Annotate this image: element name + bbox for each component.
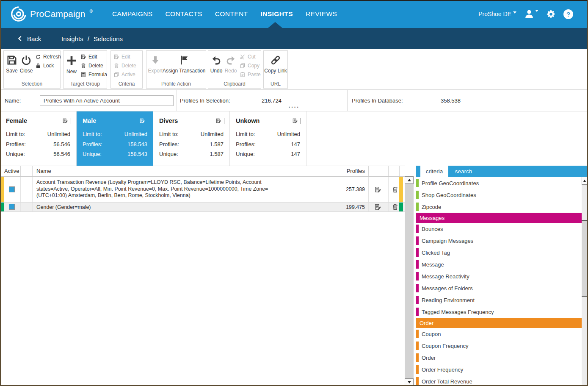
copy-button[interactable]: Copy bbox=[240, 62, 261, 69]
brand-name: ProCampaign bbox=[30, 9, 86, 19]
drag-handle[interactable] bbox=[148, 118, 148, 124]
edit-icon[interactable] bbox=[215, 118, 221, 124]
tab-search[interactable]: search bbox=[448, 166, 479, 177]
edit-icon[interactable] bbox=[139, 118, 145, 124]
drag-handle[interactable] bbox=[301, 118, 301, 124]
edit-criteria-icon[interactable] bbox=[374, 186, 381, 193]
column-active[interactable]: Active bbox=[4, 168, 19, 174]
nav-contacts[interactable]: CONTACTS bbox=[165, 10, 202, 18]
main-nav: CAMPAIGNS CONTACTS CONTENT INSIGHTS REVI… bbox=[112, 0, 337, 28]
criteria-item[interactable]: Profile GeoCoordinates bbox=[416, 177, 582, 189]
profiles-in-selection-label: Profiles In Selection: bbox=[180, 90, 230, 111]
selection-name-input[interactable] bbox=[40, 95, 174, 106]
delete-criteria-icon[interactable] bbox=[392, 186, 399, 193]
drag-handle[interactable] bbox=[71, 118, 71, 124]
close-button[interactable]: Close bbox=[19, 53, 33, 81]
criteria-panel-tabbar: criteria search bbox=[416, 166, 588, 177]
scroll-up-button[interactable] bbox=[405, 176, 414, 184]
nav-campaigns[interactable]: CAMPAIGNS bbox=[112, 10, 152, 18]
new-target-group-button[interactable]: New bbox=[64, 53, 79, 81]
tenant-selector[interactable]: ProShoe DE bbox=[478, 11, 516, 17]
nav-content[interactable]: CONTENT bbox=[215, 10, 248, 18]
criteria-item[interactable]: Shop GeoCoordinates bbox=[416, 189, 582, 201]
copy-link-button[interactable]: Copy Link bbox=[265, 53, 287, 81]
undo-icon bbox=[211, 55, 222, 66]
redo-icon bbox=[225, 55, 236, 66]
criteria-item[interactable]: Clicked Tag bbox=[416, 247, 582, 258]
export-button[interactable]: Export bbox=[147, 53, 163, 81]
target-group-card-divers[interactable]: Divers Limit to:Unlimited Profiles:1.587… bbox=[153, 111, 230, 166]
edit-target-group-button[interactable]: Edit bbox=[80, 53, 107, 60]
profiles-in-selection-value: 216.724 bbox=[262, 90, 282, 111]
edit-criteria-button[interactable]: Edit bbox=[113, 53, 136, 60]
target-group-card-female[interactable]: Female Limit to:Unlimited Profiles:56.54… bbox=[0, 111, 77, 166]
profiles-in-database-label: Profiles In Database: bbox=[352, 90, 403, 111]
edit-icon[interactable] bbox=[292, 118, 298, 124]
edit-criteria-icon[interactable] bbox=[374, 203, 381, 211]
criteria-item[interactable]: Messages of Folders bbox=[416, 282, 582, 294]
paste-button[interactable]: Paste bbox=[240, 71, 261, 78]
criteria-item[interactable]: Order Total Revenue bbox=[416, 375, 582, 386]
nav-insights[interactable]: INSIGHTS bbox=[261, 10, 293, 18]
tenant-name: ProShoe DE bbox=[478, 11, 511, 17]
criteria-item[interactable]: Bounces bbox=[416, 223, 582, 235]
drag-handle[interactable] bbox=[224, 118, 224, 124]
active-criteria-button[interactable]: Active bbox=[113, 71, 136, 78]
delete-target-group-button[interactable]: Delete bbox=[80, 62, 107, 69]
active-checkbox[interactable] bbox=[9, 186, 15, 192]
criteria-item[interactable]: Message bbox=[416, 258, 582, 270]
lock-button[interactable]: Lock bbox=[35, 62, 61, 69]
formula-button[interactable]: Formula bbox=[80, 71, 107, 78]
panel-scrollbar-thumb[interactable] bbox=[582, 220, 587, 297]
help-icon[interactable]: ? bbox=[563, 9, 573, 19]
active-checkbox[interactable] bbox=[9, 204, 15, 210]
criteria-category-header[interactable]: Messages bbox=[416, 213, 582, 223]
criteria-item[interactable]: Reading Environment bbox=[416, 294, 582, 306]
procampaign-rings-icon bbox=[11, 6, 26, 22]
undo-button[interactable]: Undo bbox=[209, 53, 224, 81]
delete-criteria-icon[interactable] bbox=[392, 203, 399, 211]
redo-button[interactable]: Redo bbox=[224, 53, 238, 81]
ribbon-group-label: Target Group bbox=[63, 81, 107, 88]
table-scrollbar[interactable] bbox=[405, 177, 414, 386]
panel-scroll-up-button[interactable] bbox=[582, 177, 587, 185]
refresh-button[interactable]: Refresh bbox=[35, 53, 61, 60]
criteria-item[interactable]: Message Reactivity bbox=[416, 270, 582, 282]
chevron-left-icon bbox=[17, 35, 23, 42]
tab-criteria[interactable]: criteria bbox=[420, 166, 448, 177]
gear-icon[interactable] bbox=[546, 9, 556, 19]
flag-icon bbox=[179, 55, 190, 66]
nav-reviews[interactable]: REVIEWS bbox=[306, 10, 337, 18]
column-profiles[interactable]: Profiles bbox=[286, 168, 367, 174]
cut-button[interactable]: Cut bbox=[240, 53, 261, 60]
back-button[interactable]: Back bbox=[17, 28, 41, 49]
criteria-category-header[interactable]: Order bbox=[416, 318, 582, 328]
criteria-row[interactable]: Account Transaction Revenue (Loyalty Pro… bbox=[0, 177, 405, 203]
criteria-item[interactable]: Zipcode bbox=[416, 201, 582, 213]
criteria-item[interactable]: Coupon Frequency bbox=[416, 340, 582, 352]
power-icon bbox=[21, 55, 32, 66]
edit-icon[interactable] bbox=[62, 118, 68, 124]
criteria-item[interactable]: Tagged Messages Frequency bbox=[416, 306, 582, 318]
target-group-card-male[interactable]: Male Limit to:Unlimited Profiles:158.543… bbox=[77, 111, 153, 166]
ribbon-toolbar: Save Close Refresh Lock Selection bbox=[0, 49, 588, 89]
delete-criteria-button[interactable]: Delete bbox=[113, 62, 136, 69]
brand-logo[interactable]: ProCampaign ® bbox=[11, 0, 93, 28]
target-group-card-unkown[interactable]: Unkown Limit to:Unlimited Profiles:147 U… bbox=[230, 111, 306, 166]
assign-transaction-button[interactable]: Assign Transaction bbox=[163, 53, 205, 81]
user-menu[interactable] bbox=[524, 9, 538, 19]
breadcrumb-bar: Back Insights / Selections bbox=[0, 28, 588, 49]
breadcrumb-section[interactable]: Insights bbox=[61, 35, 83, 42]
save-button[interactable]: Save bbox=[5, 53, 19, 81]
criteria-row[interactable]: Gender (Gender=male) 199.475 bbox=[0, 203, 405, 212]
ribbon-group-target-group: New Edit Delete Formula Target Group bbox=[63, 50, 107, 89]
ribbon-group-criteria: Edit Delete Active Criteria bbox=[110, 50, 143, 89]
trash-icon bbox=[80, 63, 86, 69]
criteria-item[interactable]: Campaign Messages bbox=[416, 235, 582, 247]
ribbon-group-label: URL bbox=[264, 81, 287, 88]
ribbon-group-label: Selection bbox=[4, 81, 60, 88]
criteria-item[interactable]: Coupon bbox=[416, 328, 582, 340]
criteria-item[interactable]: Order bbox=[416, 352, 582, 364]
criteria-item[interactable]: Order Frequency bbox=[416, 364, 582, 375]
column-name[interactable]: Name bbox=[36, 168, 51, 174]
